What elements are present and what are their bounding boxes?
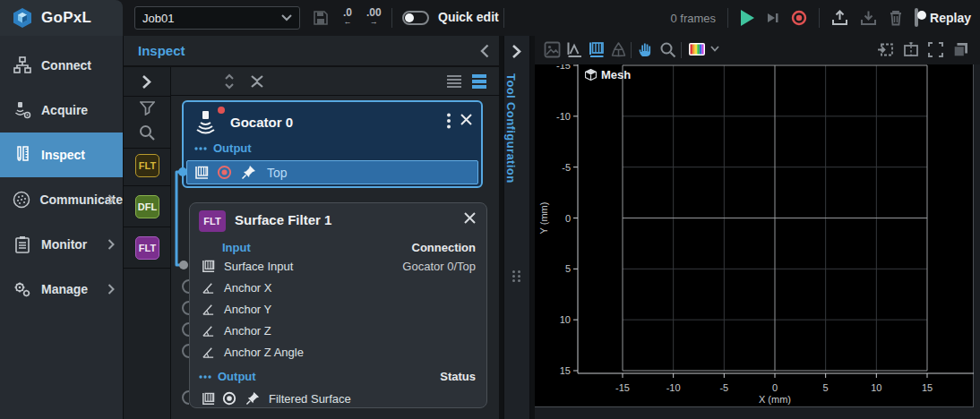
anchor-angle-icon <box>201 281 215 295</box>
clipboard-icon <box>13 235 32 253</box>
cube-icon <box>585 69 597 81</box>
profile-view-button[interactable] <box>566 41 583 58</box>
replay-toggle[interactable] <box>915 10 918 26</box>
output-row-label: Filtered Surface <box>269 392 351 406</box>
image-view-button[interactable] <box>544 41 561 58</box>
separator <box>681 42 682 58</box>
record-button[interactable] <box>791 10 807 26</box>
separator <box>727 8 728 28</box>
viewer-plot-area[interactable]: Mesh -15-10-5051015-15-10-5051015X (mm)Y… <box>535 64 974 407</box>
frames-count: 0 frames <box>671 12 717 25</box>
tool-menu-button[interactable] <box>447 113 451 129</box>
collapse-panel-button[interactable] <box>480 44 489 58</box>
gopxl-app: GoPxL Job01 .0← .00→ Quick edit 0 frames <box>0 0 980 419</box>
record-indicator-dot <box>218 107 225 114</box>
sidebar-item-connect[interactable]: Connect <box>0 52 123 79</box>
input-row-connection: Gocator 0/Top <box>402 260 476 273</box>
step-forward-button[interactable] <box>767 12 779 24</box>
sidebar-item-inspect[interactable]: Inspect <box>0 133 123 177</box>
save-job-button[interactable] <box>313 10 329 26</box>
main-nav-sidebar: Connect Acquire Inspect Communicate M <box>0 36 123 419</box>
upload-recording-button[interactable] <box>831 10 848 26</box>
topbar-right-group: 0 frames Replay <box>671 0 972 36</box>
svg-text:15: 15 <box>560 365 571 376</box>
pin-output-icon[interactable] <box>241 165 256 180</box>
input-row-anchor-y[interactable]: Anchor Y <box>190 298 486 320</box>
app-name: GoPxL <box>41 9 91 27</box>
expand-rail-button[interactable] <box>142 74 151 90</box>
rail-badge-dfl[interactable]: DFL <box>135 195 159 218</box>
pin-output-icon[interactable] <box>245 391 260 406</box>
svg-text:-5: -5 <box>719 382 728 393</box>
arrow-left-icon: ← <box>343 18 352 25</box>
collapse-card-button[interactable] <box>464 212 476 224</box>
tool-card-title: Gocator 0 <box>230 115 293 130</box>
rail-badge-flt-2[interactable]: FLT <box>135 236 159 260</box>
input-row-anchor-x[interactable]: Anchor X <box>190 277 486 298</box>
record-output-icon[interactable] <box>222 391 236 406</box>
toggle-off-icon <box>915 8 918 27</box>
mesh-3d-view-button[interactable] <box>610 41 627 58</box>
zoom-tool-button[interactable] <box>659 41 676 58</box>
list-view-expanded-button[interactable] <box>471 73 487 90</box>
sidebar-item-label: Monitor <box>41 237 87 252</box>
chevron-down-icon[interactable] <box>710 46 719 52</box>
job-select[interactable]: Job01 <box>134 6 300 30</box>
search-tools-icon[interactable] <box>139 124 155 141</box>
tool-cards-area: Gocator 0 Output <box>171 96 500 419</box>
increase-decimals-button[interactable]: .00→ <box>366 7 382 25</box>
input-row-anchor-z-angle[interactable]: Anchor Z Angle <box>190 341 486 363</box>
quick-edit-toggle[interactable] <box>402 11 429 25</box>
sensor-icon <box>13 101 32 119</box>
sidebar-item-monitor[interactable]: Monitor <box>0 231 123 258</box>
fullscreen-button[interactable] <box>927 41 944 58</box>
svg-text:5: 5 <box>565 263 571 274</box>
sidebar-item-communicate[interactable]: Communicate <box>0 186 123 213</box>
input-row-surface-input[interactable]: Surface Input Gocator 0/Top <box>190 255 486 277</box>
colormap-palette-button[interactable] <box>688 41 708 57</box>
fit-to-data-button[interactable] <box>877 41 895 58</box>
sort-tools-icon[interactable] <box>223 73 236 90</box>
separator <box>391 8 392 28</box>
svg-text:-15: -15 <box>556 64 571 71</box>
input-row-anchor-z[interactable]: Anchor Z <box>190 320 486 341</box>
surface-view-button[interactable] <box>588 41 605 58</box>
collapse-all-tools-icon[interactable] <box>250 74 264 89</box>
rail-badge-flt-1[interactable]: FLT <box>135 154 159 177</box>
decrease-decimals-button[interactable]: .0← <box>343 7 352 25</box>
svg-text:X (mm): X (mm) <box>759 394 791 405</box>
tool-configuration-panel-collapsed[interactable]: Tool Configuration <box>503 36 530 419</box>
download-recording-button[interactable] <box>860 10 877 26</box>
multi-view-layout-button[interactable] <box>952 41 969 58</box>
play-button[interactable] <box>740 9 755 27</box>
surface-filter-tool-card[interactable]: FLT Surface Filter 1 Input Connection Su… <box>189 202 487 408</box>
gocator-output-row-top[interactable]: Top <box>186 160 478 184</box>
collapse-card-button[interactable] <box>460 114 472 125</box>
input-row-label: Anchor Z <box>224 324 271 338</box>
svg-text:Y (mm): Y (mm) <box>538 202 549 235</box>
center-view-button[interactable] <box>902 41 920 58</box>
gocator-tool-card[interactable]: Gocator 0 Output <box>182 100 483 188</box>
svg-text:5: 5 <box>823 382 829 393</box>
drag-handle-icon[interactable] <box>512 270 521 282</box>
tool-list-toolbar <box>171 67 500 96</box>
delete-recording-button[interactable] <box>889 10 903 26</box>
input-row-label: Anchor X <box>224 281 271 295</box>
output-row-filtered-surface[interactable]: Filtered Surface <box>190 388 486 409</box>
list-view-compact-button[interactable] <box>446 73 462 90</box>
sidebar-item-label: Manage <box>41 282 88 296</box>
record-output-icon[interactable] <box>217 165 232 180</box>
anchor-angle-icon <box>201 346 215 359</box>
status-column-header: Status <box>440 370 476 383</box>
sidebar-item-manage[interactable]: Manage <box>0 276 123 303</box>
expand-panel-button[interactable] <box>511 44 521 59</box>
mesh-data-label: Mesh <box>585 68 631 81</box>
chevron-right-icon <box>107 284 115 295</box>
network-icon <box>13 56 32 74</box>
filter-tools-icon[interactable] <box>140 101 155 115</box>
input-row-label: Anchor Z Angle <box>224 346 304 359</box>
pan-tool-button[interactable] <box>637 41 654 58</box>
sidebar-item-acquire[interactable]: Acquire <box>0 97 123 124</box>
sidebar-item-label: Acquire <box>41 103 88 117</box>
separator <box>631 42 632 58</box>
